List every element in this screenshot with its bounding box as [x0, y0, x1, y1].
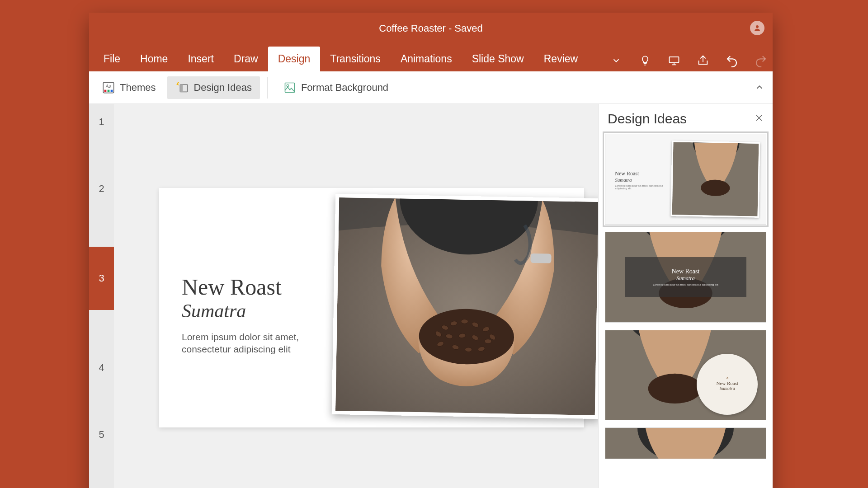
design-ideas-header: Design Ideas — [599, 104, 773, 131]
svg-rect-1 — [670, 57, 679, 63]
idea-title: New Roast — [672, 268, 700, 275]
tab-design[interactable]: Design — [268, 47, 321, 71]
svg-point-26 — [465, 347, 472, 352]
format-background-button[interactable]: Format Background — [275, 76, 396, 99]
format-background-icon — [283, 81, 297, 94]
slide-thumbnail-current[interactable]: 3 — [89, 247, 114, 310]
tab-review[interactable]: Review — [534, 47, 588, 71]
design-idea-card[interactable] — [605, 427, 766, 459]
chevron-down-icon[interactable] — [609, 53, 623, 68]
svg-rect-5 — [108, 89, 110, 92]
idea-title: New Roast — [615, 170, 676, 177]
themes-label: Themes — [120, 82, 156, 94]
format-background-label: Format Background — [301, 82, 388, 94]
design-ideas-icon — [175, 81, 189, 94]
tab-draw[interactable]: Draw — [224, 47, 268, 71]
slide-image[interactable] — [332, 194, 598, 419]
undo-icon[interactable] — [725, 53, 739, 68]
idea-subtitle: Sumatra — [615, 177, 676, 183]
themes-button[interactable]: Aa Themes — [94, 76, 164, 99]
design-ideas-label: Design Ideas — [193, 82, 251, 94]
svg-rect-8 — [180, 84, 183, 92]
slide-thumbnail[interactable]: 2 — [89, 180, 114, 198]
svg-point-23 — [485, 339, 491, 343]
slide-body[interactable]: Lorem ipsum dolor sit amet, consectetur … — [182, 331, 340, 356]
tab-transitions[interactable]: Transitions — [320, 47, 391, 71]
slide-number: 2 — [99, 183, 104, 195]
title-bar: Coffee Roaster - Saved — [89, 13, 773, 44]
ribbon-separator — [267, 77, 268, 99]
design-ideas-button[interactable]: Design Ideas — [167, 76, 259, 99]
slide-number: 1 — [99, 116, 104, 128]
tab-file[interactable]: File — [94, 47, 130, 71]
slide-thumbnail[interactable]: 4 — [89, 359, 114, 377]
idea-subtitle: Sumatra — [720, 386, 735, 391]
account-icon[interactable] — [750, 21, 764, 35]
close-icon[interactable] — [755, 113, 764, 125]
idea-subtitle: Sumatra — [676, 275, 695, 282]
slide-text-column[interactable]: New Roast Sumatra Lorem ipsum dolor sit … — [182, 274, 340, 356]
svg-point-38 — [648, 373, 702, 403]
svg-point-10 — [287, 84, 289, 87]
svg-rect-13 — [530, 253, 551, 263]
collapse-ribbon-icon[interactable] — [755, 82, 764, 94]
design-ideas-pane: Design Ideas New Roast Sumatra Lorem ips… — [598, 104, 773, 488]
tab-animations[interactable]: Animations — [391, 47, 462, 71]
svg-point-17 — [461, 319, 468, 324]
idea-title: New Roast — [717, 380, 739, 386]
slide-thumbnail[interactable]: 5 — [89, 426, 114, 444]
work-area: 1 2 3 4 5 New Roast Sumatra Lorem ipsum … — [89, 104, 773, 488]
share-icon[interactable] — [696, 53, 710, 68]
slide-thumbnail[interactable]: 1 — [89, 113, 114, 131]
svg-rect-6 — [111, 89, 113, 92]
present-icon[interactable] — [667, 53, 681, 68]
slide-number: 5 — [99, 429, 104, 441]
tab-insert[interactable]: Insert — [178, 47, 224, 71]
svg-rect-4 — [104, 89, 107, 92]
document-title: Coffee Roaster - Saved — [379, 23, 483, 34]
design-idea-card[interactable]: New Roast Sumatra Lorem ipsum dolor sit … — [605, 134, 766, 225]
design-idea-card[interactable]: New Roast Sumatra Lorem ipsum dolor sit … — [605, 232, 766, 323]
tab-home[interactable]: Home — [130, 47, 178, 71]
slide-number: 4 — [99, 362, 104, 374]
idea-body: Lorem ipsum dolor sit amet, consectetur … — [615, 184, 676, 190]
slide-number: 3 — [99, 272, 104, 284]
lightbulb-icon[interactable] — [638, 53, 652, 68]
tab-slide-show[interactable]: Slide Show — [462, 47, 534, 71]
slide-thumbnail-rail: 1 2 3 4 5 — [89, 104, 114, 488]
themes-icon: Aa — [102, 81, 115, 94]
slide-subtitle[interactable]: Sumatra — [182, 300, 340, 322]
svg-text:Aa: Aa — [105, 84, 112, 89]
design-idea-card[interactable]: New Roast Sumatra — [605, 330, 766, 421]
slide[interactable]: New Roast Sumatra Lorem ipsum dolor sit … — [159, 188, 584, 427]
slide-title[interactable]: New Roast — [182, 274, 340, 300]
svg-rect-9 — [285, 83, 294, 92]
ribbon-tabs: File Home Insert Draw Design Transitions… — [89, 44, 773, 71]
ribbon: Aa Themes Design Ideas Format Background — [89, 71, 773, 104]
svg-point-0 — [756, 25, 759, 28]
slide-canvas-area[interactable]: New Roast Sumatra Lorem ipsum dolor sit … — [114, 104, 598, 488]
design-ideas-title: Design Ideas — [608, 111, 687, 127]
idea-body: Lorem ipsum dolor sit amet, consectetur … — [653, 283, 718, 286]
app-window: Coffee Roaster - Saved File Home Insert … — [89, 13, 773, 488]
redo-icon — [754, 53, 768, 68]
design-ideas-list[interactable]: New Roast Sumatra Lorem ipsum dolor sit … — [599, 131, 773, 488]
